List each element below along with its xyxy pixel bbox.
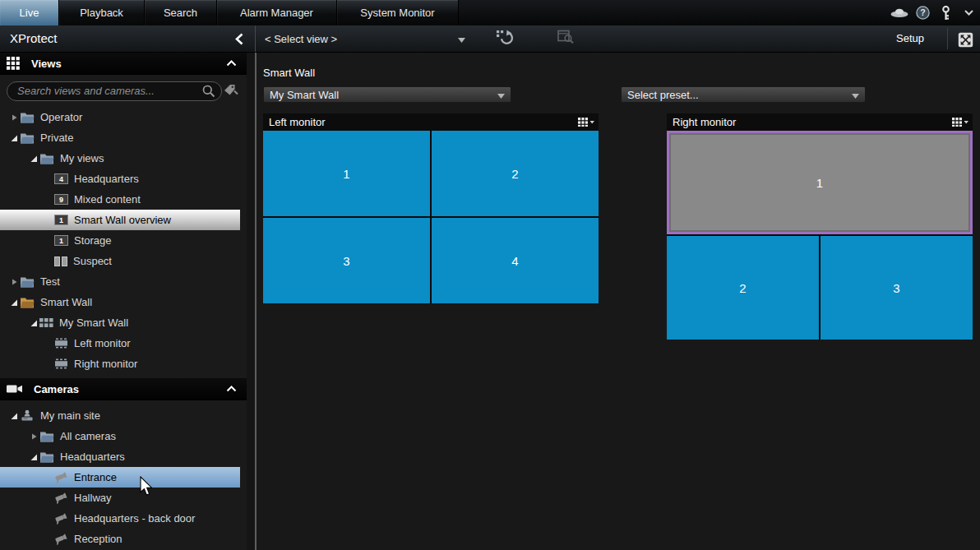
tree-item-headquarters[interactable]: 4Headquarters <box>0 169 240 189</box>
views-panel-title: Views <box>31 58 226 70</box>
tree-item-smart-wall[interactable]: Smart Wall <box>0 292 240 312</box>
tree-item-label: Storage <box>74 234 112 247</box>
caret-collapsed-icon <box>30 432 38 441</box>
chevron-down-button[interactable] <box>957 0 980 25</box>
cameras-tree: My main siteAll camerasHeadquartersEntra… <box>0 405 247 549</box>
caret-expanded-icon <box>10 412 18 420</box>
views-tree: OperatorPrivateMy views4Headquarters9Mix… <box>0 107 247 374</box>
tree-item-my-views[interactable]: My views <box>0 148 240 169</box>
cameras-panel-header[interactable]: Cameras <box>0 378 247 400</box>
tree-item-storage[interactable]: 1Storage <box>0 230 240 251</box>
help-button[interactable]: ? <box>911 0 934 25</box>
tree-expander[interactable] <box>8 113 20 122</box>
tab-system-monitor[interactable]: System Monitor <box>337 0 459 25</box>
tree-expander[interactable] <box>28 155 39 163</box>
key-button[interactable] <box>934 0 957 25</box>
chevron-left-icon <box>235 33 243 45</box>
tab-playback[interactable]: Playback <box>59 0 145 25</box>
tree-expander[interactable] <box>8 298 20 307</box>
tree-item-headquarters[interactable]: Headquarters <box>0 446 240 467</box>
tree-expander[interactable] <box>28 319 39 327</box>
tree-item-label: Smart Wall overview <box>74 214 171 226</box>
tree-item-smart-wall-overview[interactable]: 1Smart Wall overview <box>0 210 240 230</box>
wall-tile-3[interactable]: 3 <box>263 218 430 303</box>
tree-item-mixed-content[interactable]: 9Mixed content <box>0 189 240 210</box>
setup-button[interactable]: Setup <box>888 30 932 46</box>
tree-expander[interactable] <box>8 412 20 420</box>
wall-tile-3[interactable]: 3 <box>821 236 973 340</box>
video-search-button[interactable] <box>557 30 574 44</box>
tree-item-operator[interactable]: Operator <box>0 107 240 127</box>
tree-item-label: Hallway <box>74 492 112 504</box>
layout-picker-button[interactable] <box>952 118 968 127</box>
tree-item-right-monitor[interactable]: Right monitor <box>0 354 240 374</box>
tree-expander[interactable] <box>28 453 39 461</box>
tree-item-label: Headquarters <box>74 173 139 185</box>
monitor-icon <box>54 358 68 369</box>
reload-view-button[interactable] <box>496 30 514 46</box>
wall-tile-1-selected[interactable]: 1 <box>667 131 973 234</box>
tree-item-label: Mixed content <box>74 193 141 206</box>
app-brand: XProtect <box>10 31 58 45</box>
chevron-up-icon[interactable] <box>226 60 237 67</box>
smartwall-icon <box>39 318 53 328</box>
tree-item-test[interactable]: Test <box>0 271 240 292</box>
tag-filter-icon[interactable] <box>224 84 238 96</box>
tree-item-hallway[interactable]: Hallway <box>0 488 240 508</box>
tab-search[interactable]: Search <box>145 0 217 25</box>
caret-expanded-icon <box>10 134 18 142</box>
tree-item-my-main-site[interactable]: My main site <box>0 405 240 426</box>
preset-selector-dropdown[interactable]: Select preset... <box>621 86 866 103</box>
cameras-panel-title: Cameras <box>34 383 226 395</box>
tab-bar: LivePlaybackSearchAlarm ManagerSystem Mo… <box>0 0 980 25</box>
tree-item-label: Test <box>40 275 60 288</box>
tree-item-suspect[interactable]: Suspect <box>0 251 240 271</box>
wall-tile-2[interactable]: 2 <box>432 131 599 216</box>
tree-item-all-cameras[interactable]: All cameras <box>0 426 240 446</box>
camera-header-icon <box>7 384 22 394</box>
wall-tile-1[interactable]: 1 <box>263 131 430 216</box>
smart-wall-selector-dropdown[interactable]: My Smart Wall <box>263 86 511 103</box>
tile-number: 3 <box>343 254 349 268</box>
tile-number: 2 <box>739 281 746 295</box>
cloud-status-button[interactable] <box>888 0 911 25</box>
tree-expander[interactable] <box>8 134 20 142</box>
dropdown-arrow-icon <box>852 89 859 101</box>
chevron-down-icon <box>964 10 973 16</box>
tree-item-label: Headquarters <box>60 451 125 463</box>
monitor-icon <box>54 358 68 369</box>
tree-expander[interactable] <box>8 278 20 286</box>
wall-tile-4[interactable]: 4 <box>432 218 599 303</box>
fullscreen-toggle-button[interactable] <box>955 30 975 49</box>
tree-item-reception[interactable]: Reception <box>0 529 240 549</box>
views-grid-icon <box>7 57 20 70</box>
view-count-badge: 4 <box>54 173 68 184</box>
sidebar-collapse-button[interactable] <box>229 29 250 49</box>
folder-icon <box>20 276 35 288</box>
view-count-badge: 4 <box>54 173 68 184</box>
tree-item-left-monitor[interactable]: Left monitor <box>0 333 240 354</box>
tree-item-my-smart-wall[interactable]: My Smart Wall <box>0 312 240 333</box>
tree-item-label: Reception <box>74 533 122 545</box>
chevron-up-icon[interactable] <box>226 386 237 392</box>
sidebar-divider[interactable] <box>247 53 257 550</box>
tab-alarm-manager[interactable]: Alarm Manager <box>217 0 337 25</box>
tree-item-entrance[interactable]: Entrance <box>0 467 240 488</box>
tree-expander[interactable] <box>28 432 39 441</box>
layout-picker-button[interactable] <box>578 118 594 127</box>
tab-live[interactable]: Live <box>0 0 59 25</box>
camera-icon <box>54 513 68 525</box>
smartwall-icon <box>39 318 53 328</box>
views-panel-header[interactable]: Views <box>0 53 247 75</box>
view-count-badge: 1 <box>54 235 68 246</box>
monitor-tile-grid: 123 <box>667 131 973 340</box>
folder-icon <box>20 132 35 144</box>
tree-item-private[interactable]: Private <box>0 127 240 148</box>
view-selector-dropdown[interactable]: < Select view > <box>258 29 472 49</box>
smart-wall-selector-value: My Smart Wall <box>270 89 339 101</box>
wall-tile-2[interactable]: 2 <box>667 236 819 340</box>
folder-icon <box>20 132 35 144</box>
smart-wall-controls: My Smart Wall Select preset... <box>263 86 980 103</box>
search-input[interactable] <box>7 81 222 101</box>
tree-item-headquarters-back-door[interactable]: Headquarters - back door <box>0 508 240 529</box>
